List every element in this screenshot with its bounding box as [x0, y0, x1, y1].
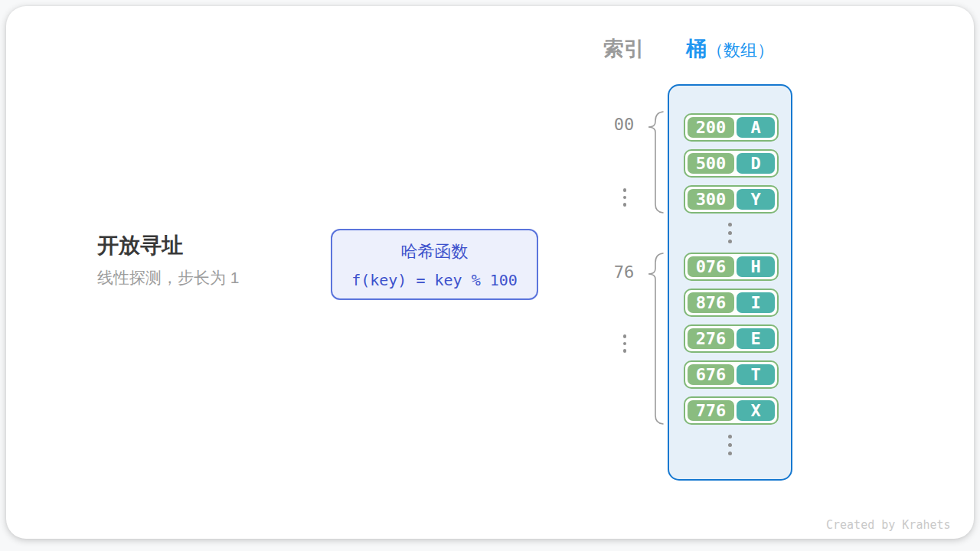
pair-row: 276 E [684, 324, 779, 353]
ellipsis-dots-icon [668, 221, 792, 244]
pair-key: 500 [688, 153, 734, 174]
pair-row: 300 Y [684, 185, 779, 214]
pair-row: 500 D [684, 149, 779, 178]
pair-value: T [737, 364, 775, 385]
title-block: 开放寻址 线性探测，步长为 1 [97, 233, 240, 288]
credit-text: Created by Krahets [826, 518, 951, 532]
pair-value: X [737, 400, 775, 421]
pair-value: A [737, 117, 775, 138]
bucket-header-strong: 桶 [686, 37, 707, 60]
pair-key: 676 [688, 364, 734, 385]
pair-key: 276 [688, 328, 734, 349]
index-column-header: 索引 [583, 35, 665, 63]
pair-row: 076 H [684, 253, 779, 281]
pair-row: 676 T [684, 360, 779, 389]
page-title: 开放寻址 [97, 233, 240, 259]
pair-row: 776 X [684, 396, 779, 425]
pair-value: D [737, 153, 775, 174]
pair-key: 300 [688, 189, 734, 210]
pair-key: 076 [688, 256, 734, 277]
bucket-header-suffix: （数组） [707, 41, 774, 60]
pair-value: Y [737, 189, 775, 210]
pair-value: E [737, 328, 775, 349]
ellipsis-dots-icon [617, 334, 632, 353]
hash-function-box: 哈希函数 f(key) = key % 100 [331, 229, 538, 300]
diagram-canvas: 开放寻址 线性探测，步长为 1 哈希函数 f(key) = key % 100 … [0, 0, 980, 551]
index-label: 00 [603, 115, 645, 135]
pair-value: I [737, 292, 775, 313]
pair-key: 200 [688, 117, 734, 138]
bucket-column-header: 桶（数组） [660, 35, 800, 63]
ellipsis-dots-icon [617, 188, 632, 207]
pair-row: 876 I [684, 289, 779, 317]
pair-row: 200 A [684, 113, 779, 142]
hash-function-formula: f(key) = key % 100 [351, 271, 518, 289]
ellipsis-dots-icon [668, 433, 792, 456]
page-subtitle: 线性探测，步长为 1 [97, 268, 240, 288]
index-label: 76 [603, 262, 645, 282]
hash-function-title: 哈希函数 [401, 240, 469, 263]
pair-key: 876 [688, 292, 734, 313]
pair-key: 776 [688, 400, 734, 421]
pair-value: H [737, 256, 775, 277]
